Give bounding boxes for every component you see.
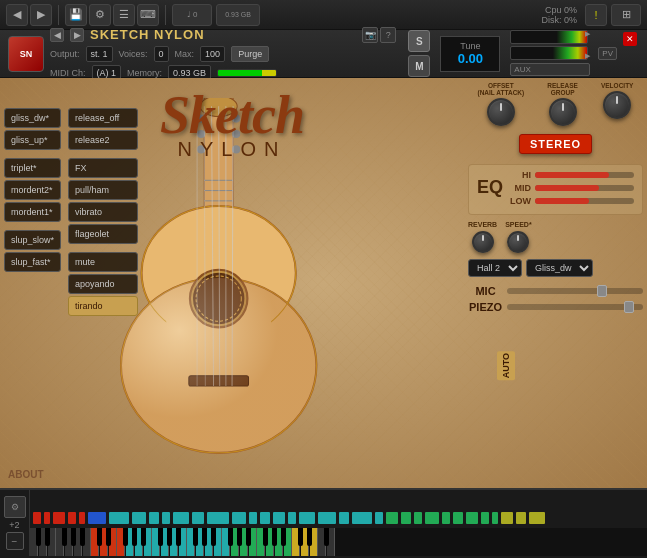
note-block [149,512,159,524]
purge-button[interactable]: Purge [231,46,269,62]
piano-key-active-s3[interactable] [123,528,128,546]
art-btn-slup-fast[interactable]: slup_fast* [4,252,61,272]
eq-low-label: LOW [509,196,531,206]
piano-key-end-s2[interactable] [307,528,312,546]
plugin-logo: SN [8,36,44,72]
piano-key-active-s2[interactable] [106,528,111,546]
art-btn-tirando[interactable]: tirando [68,296,138,316]
piezo-slider[interactable] [507,304,643,310]
art-btn-mordent2[interactable]: mordent2* [4,180,61,200]
piano-key-ds[interactable] [45,528,50,546]
piano-key-end-s3[interactable] [324,528,329,546]
plugin-prev-btn[interactable]: ◀ [50,28,64,42]
art-btn-pullham[interactable]: pull/ham [68,180,138,200]
piano-key-teal-s3[interactable] [158,528,163,546]
voices-field[interactable]: 0 [154,46,169,62]
browser-btn[interactable]: ☰ [113,4,135,26]
piano-key-teal-s2[interactable] [141,528,146,546]
aux-button[interactable]: AUX [510,63,590,76]
info-icon[interactable]: ? [380,27,396,43]
m-button[interactable]: M [408,55,430,77]
piano-key-fs[interactable] [62,528,67,546]
reverb-type-select[interactable]: Hall 2 [468,259,522,277]
tune-label: Tune [460,41,480,51]
about-button[interactable]: ABOUT [8,469,44,480]
s-button[interactable]: S [408,30,430,52]
voices-max-field[interactable]: 100 [200,46,225,62]
plugin-next-btn[interactable]: ▶ [70,28,84,42]
eq-hi-row: HI [509,170,634,180]
piano-key-green-s5[interactable] [281,528,286,546]
output-label: Output: [50,49,80,59]
eq-low-slider[interactable] [535,198,634,204]
piezo-slider-thumb[interactable] [624,301,634,313]
velocity-knob[interactable] [603,91,631,119]
reverb-knob[interactable] [472,231,494,253]
piano-key-as[interactable] [80,528,85,546]
piano-key-green-s3[interactable] [263,528,268,546]
alert-btn[interactable]: ! [585,4,607,26]
note-block [68,512,76,524]
prev-btn[interactable]: ◀ [6,4,28,26]
piano-key-gs[interactable] [71,528,76,546]
art-btn-fx[interactable]: FX [68,158,138,178]
piano-settings-btn[interactable]: ⚙ [4,496,26,518]
piano-key-teal-s5[interactable] [176,528,181,546]
offset-knob-group: OFFSET(NAIL ATTACK) [478,82,525,126]
piano-key-teal-s4[interactable] [167,528,172,546]
offset-knob[interactable] [487,98,515,126]
next-btn[interactable]: ▶ [30,4,52,26]
eq-mid-slider[interactable] [535,185,634,191]
close-button[interactable]: ✕ [623,32,637,46]
note-block [109,512,129,524]
notes-area [30,490,647,528]
art-btn-gliss-dw[interactable]: gliss_dw* [4,108,61,128]
note-block [318,512,336,524]
eq-hi-slider[interactable] [535,172,634,178]
piano-key-active-s[interactable] [97,528,102,546]
release-group-knob[interactable] [549,98,577,126]
art-btn-mute[interactable]: mute [68,252,138,272]
piano-key-teal-s6[interactable] [193,528,198,546]
release-group-label: RELEASEGROUP [547,82,578,96]
piano-key-cs[interactable] [36,528,41,546]
piano-key-teal-s8[interactable] [211,528,216,546]
speed-knob[interactable] [507,231,529,253]
tune-display: Tune 0.00 [440,36,500,72]
piano-key-teal-s7[interactable] [202,528,207,546]
art-btn-slup-slow[interactable]: slup_slow* [4,230,61,250]
piano-key-green-s4[interactable] [272,528,277,546]
art-btn-flageolet[interactable]: flageolet [68,224,138,244]
cpu-disk-display: Cpu 0% Disk: 0% [541,5,577,25]
right-controls-panel: OFFSET(NAIL ATTACK) RELEASEGROUP VELOCIT… [468,82,643,317]
art-btn-mordent1[interactable]: mordent1* [4,202,61,222]
piano-key-green-s2[interactable] [246,528,251,546]
nav-sep-1 [58,5,59,25]
note-block [516,512,526,524]
save-btn[interactable]: 💾 [65,4,87,26]
gliss-type-select[interactable]: Gliss_dw [526,259,593,277]
keyboard-btn[interactable]: ⌨ [137,4,159,26]
pv-button[interactable]: PV [598,47,617,60]
art-btn-release2[interactable]: release2 [68,130,138,150]
output-field[interactable]: st. 1 [86,46,113,62]
art-btn-triplet[interactable]: triplet* [4,158,61,178]
voices-label: Voices: [119,49,148,59]
settings-btn[interactable]: ⚙ [89,4,111,26]
piano-key-teal-s9[interactable] [228,528,233,546]
piano-roll: ⚙ +2 − [0,488,647,556]
camera-icon[interactable]: 📷 [362,27,378,43]
mic-slider[interactable] [507,288,643,294]
art-btn-vibrato[interactable]: vibrato [68,202,138,222]
art-btn-apoyando[interactable]: apoyando [68,274,138,294]
art-btn-gliss-up[interactable]: gliss_up* [4,130,61,150]
mic-slider-thumb[interactable] [597,285,607,297]
piano-key-teal-s1[interactable] [132,528,137,546]
grid-btn[interactable]: ⊞ [611,4,641,26]
stereo-button[interactable]: STEREO [519,134,592,154]
art-btn-release-off[interactable]: release_off [68,108,138,128]
piano-key-green-s1[interactable] [237,528,242,546]
plugin-name-row: ◀ ▶ SKETCH NYLON 📷 ? [50,27,396,43]
piano-minus-btn[interactable]: − [6,532,24,550]
piano-key-end-s1[interactable] [298,528,303,546]
